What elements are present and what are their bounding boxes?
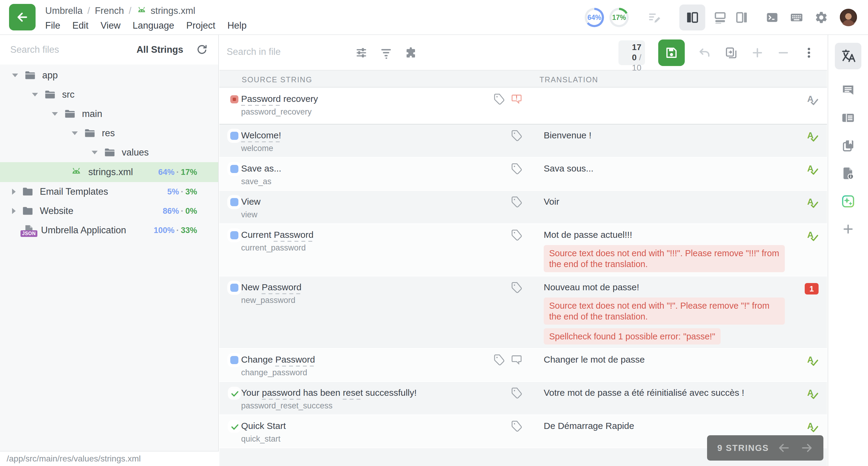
spellcheck-icon: A: [806, 93, 818, 106]
string-status-translated-icon: [230, 231, 239, 239]
translated-progress-ring: 64%: [585, 8, 604, 27]
layout-horizontal-split-button[interactable]: [713, 10, 727, 24]
filter-settings-icon[interactable]: [355, 46, 368, 59]
dictionary-panel-button[interactable]: [841, 111, 855, 125]
add-panel-button[interactable]: [841, 222, 855, 236]
top-bar: Umbrella / French / strings.xml File Edi…: [0, 0, 868, 35]
strings-count-pill: 9 STRINGS: [707, 435, 824, 461]
copy-source-icon[interactable]: [724, 46, 738, 59]
menu-bar: File Edit View Language Project Help: [45, 18, 247, 33]
string-status-translated-icon: [230, 165, 239, 173]
caret-down-icon: [92, 151, 98, 154]
comments-icon: [841, 83, 855, 97]
string-status-untranslated-icon: [230, 95, 239, 103]
console-icon[interactable]: [766, 11, 779, 24]
tag-icon: [510, 229, 523, 241]
prev-page-arrow-icon[interactable]: [778, 442, 790, 454]
keyboard-icon[interactable]: [789, 10, 804, 24]
tree-item-values[interactable]: values: [0, 143, 218, 162]
spellcheck-ok-icon: A: [806, 196, 818, 209]
translation-memory-icon: [841, 139, 855, 153]
plugins-puzzle-icon[interactable]: [404, 46, 417, 59]
tree-item-res[interactable]: res: [0, 124, 218, 143]
spellcheck-ok-icon: A: [806, 354, 818, 367]
tree-item-src[interactable]: src: [0, 85, 218, 104]
table-header: SOURCE STRING TRANSLATION: [219, 70, 827, 87]
filter-icon[interactable]: [380, 46, 393, 59]
zoom-in-plus-icon[interactable]: [751, 46, 764, 59]
table-row[interactable]: Welcome! welcome Bienvenue ! A: [219, 124, 827, 158]
folder-icon: [84, 127, 96, 139]
tree-item-email-templates[interactable]: Email Templates 5%·3%: [0, 182, 218, 201]
save-button[interactable]: [658, 39, 685, 66]
tree-item-app[interactable]: app: [0, 66, 218, 85]
draft-edit-icon[interactable]: [648, 11, 661, 24]
android-icon: [136, 5, 147, 16]
dictionary-icon: [841, 111, 855, 125]
table-row[interactable]: Save as... save_as Sava sous... A: [219, 158, 827, 191]
caret-down-icon: [52, 112, 58, 116]
svg-text:A: A: [807, 94, 813, 104]
issue-comment-icon: !: [510, 93, 523, 105]
table-row[interactable]: Your password has been reset successfull…: [219, 382, 827, 415]
ai-assistant-icon: [841, 194, 855, 209]
string-status-approved-icon: [230, 422, 239, 430]
table-row[interactable]: View view Voir A: [219, 191, 827, 224]
translate-panel-button[interactable]: [835, 43, 861, 69]
spellcheck-ok-icon: A: [806, 421, 818, 433]
file-sidebar: Search files All Strings app src main re…: [0, 35, 219, 466]
layout-right-panel-button[interactable]: [735, 10, 749, 24]
arrow-left-icon: [16, 10, 29, 24]
search-in-file-input[interactable]: Search in file: [227, 46, 281, 57]
menu-help[interactable]: Help: [227, 20, 247, 31]
spellcheck-ok-icon: A: [806, 387, 818, 400]
folder-icon: [24, 69, 36, 82]
table-row[interactable]: Current Password current_password Mot de…: [219, 224, 827, 276]
avatar[interactable]: [840, 9, 857, 26]
tree-item-main[interactable]: main: [0, 104, 218, 124]
comment-icon: [510, 353, 523, 366]
menu-project[interactable]: Project: [186, 20, 215, 31]
folder-icon: [44, 89, 56, 101]
table-row[interactable]: Password recovery password_recovery ! A: [219, 88, 827, 124]
table-row[interactable]: Change Password change_password Changer …: [219, 349, 827, 382]
undo-icon[interactable]: [698, 46, 711, 59]
layout-side-by-side-button[interactable]: [679, 4, 705, 30]
layout-side-by-side-icon: [685, 10, 699, 24]
svg-text:A: A: [807, 421, 813, 431]
breadcrumb-file[interactable]: strings.xml: [151, 5, 195, 16]
spellcheck-ok-icon: A: [806, 163, 818, 176]
string-status-translated-icon: [230, 132, 239, 140]
menu-language[interactable]: Language: [133, 20, 174, 31]
caret-down-icon: [32, 93, 38, 96]
menu-edit[interactable]: Edit: [72, 20, 88, 31]
zoom-out-minus-icon[interactable]: [777, 46, 789, 59]
translation-memory-panel-button[interactable]: [841, 139, 855, 153]
comments-panel-button[interactable]: [841, 83, 855, 97]
table-row[interactable]: New Password new_password Nouveau mot de…: [219, 276, 827, 349]
breadcrumb-language[interactable]: French: [95, 5, 124, 16]
menu-view[interactable]: View: [100, 20, 121, 31]
ai-assistant-panel-button[interactable]: [841, 194, 855, 209]
spellcheck-ok-icon: A: [806, 229, 818, 242]
svg-text:A: A: [807, 354, 813, 365]
search-files-input[interactable]: Search files: [10, 44, 136, 55]
breadcrumb-project[interactable]: Umbrella: [45, 5, 83, 16]
caret-down-icon: [72, 131, 78, 135]
string-status-translated-icon: [230, 356, 239, 364]
refresh-icon[interactable]: [196, 44, 208, 56]
tree-item-website[interactable]: Website 86%·0%: [0, 201, 218, 221]
next-page-arrow-icon[interactable]: [801, 442, 813, 454]
tree-item-umbrella-application[interactable]: JSON Umbrella Application 100%·33%: [0, 221, 218, 240]
more-kebab-icon[interactable]: [803, 47, 815, 59]
file-progress: 5%·3%: [167, 187, 197, 196]
file-context-panel-button[interactable]: [841, 166, 855, 180]
settings-gear-icon[interactable]: [814, 10, 828, 24]
svg-text:A: A: [807, 196, 813, 207]
strings-scope-dropdown[interactable]: All Strings: [136, 44, 183, 55]
tree-item-strings-xml[interactable]: strings.xml 64%·17%: [0, 162, 218, 182]
back-button[interactable]: [9, 4, 36, 30]
folder-icon: [64, 108, 76, 120]
folder-icon: [104, 147, 116, 159]
menu-file[interactable]: File: [45, 20, 60, 31]
